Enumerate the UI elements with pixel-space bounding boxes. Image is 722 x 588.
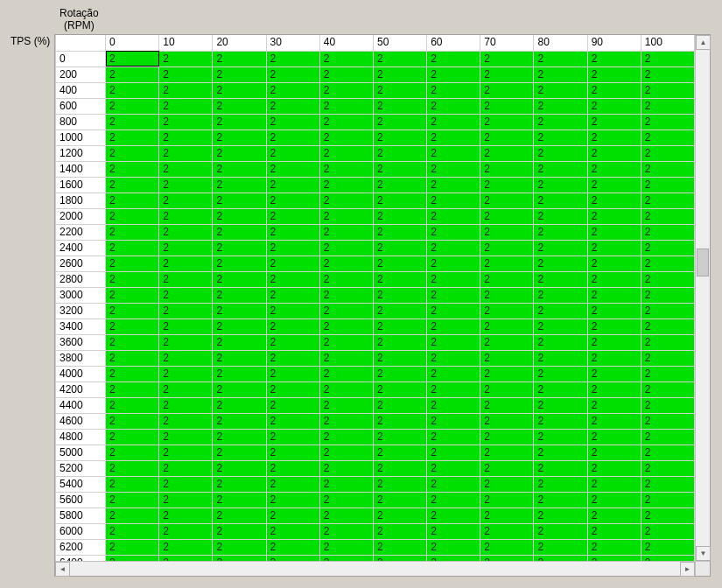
map-cell[interactable]: 2	[319, 287, 373, 303]
map-cell[interactable]: 2	[159, 114, 213, 130]
map-cell[interactable]: 2	[266, 397, 319, 413]
map-cell[interactable]: 2	[587, 555, 641, 561]
map-cell[interactable]: 2	[480, 208, 534, 224]
map-cell[interactable]: 2	[480, 539, 534, 555]
map-cell[interactable]: 2	[319, 240, 373, 256]
map-cell[interactable]: 2	[106, 208, 159, 224]
map-cell[interactable]: 2	[641, 350, 694, 366]
map-cell[interactable]: 2	[587, 51, 641, 66]
column-header[interactable]: 20	[213, 35, 266, 51]
map-cell[interactable]: 2	[213, 460, 266, 476]
map-cell[interactable]: 2	[159, 318, 213, 334]
map-cell[interactable]: 2	[480, 318, 534, 334]
map-cell[interactable]: 2	[641, 224, 694, 240]
map-cell[interactable]: 2	[373, 366, 426, 382]
map-cell[interactable]: 2	[641, 555, 694, 561]
map-cell[interactable]: 2	[427, 539, 480, 555]
map-cell[interactable]: 2	[319, 177, 373, 192]
map-cell[interactable]: 2	[266, 382, 319, 397]
map-cell[interactable]: 2	[159, 130, 213, 145]
map-cell[interactable]: 2	[427, 508, 480, 523]
map-cell[interactable]: 2	[319, 224, 373, 240]
map-cell[interactable]: 2	[427, 476, 480, 492]
map-cell[interactable]: 2	[159, 98, 213, 114]
map-cell[interactable]: 2	[319, 555, 373, 561]
map-cell[interactable]: 2	[534, 523, 587, 539]
row-header[interactable]: 1800	[56, 192, 106, 208]
map-cell[interactable]: 2	[213, 334, 266, 350]
row-header[interactable]: 1200	[56, 145, 106, 161]
vertical-scroll-track[interactable]	[696, 50, 710, 546]
map-cell[interactable]: 2	[159, 382, 213, 397]
map-cell[interactable]: 2	[587, 382, 641, 397]
map-cell[interactable]: 2	[480, 508, 534, 523]
map-cell[interactable]: 2	[213, 240, 266, 256]
map-cell[interactable]: 2	[587, 192, 641, 208]
map-cell[interactable]: 2	[213, 318, 266, 334]
map-cell[interactable]: 2	[641, 161, 694, 177]
map-cell[interactable]: 2	[534, 177, 587, 192]
row-header[interactable]: 4000	[56, 366, 106, 382]
map-cell[interactable]: 2	[373, 444, 426, 460]
map-cell[interactable]: 2	[534, 397, 587, 413]
map-cell[interactable]: 2	[641, 177, 694, 192]
map-cell[interactable]: 2	[373, 51, 426, 66]
column-header[interactable]: 90	[587, 35, 641, 51]
map-cell[interactable]: 2	[480, 66, 534, 82]
map-cell[interactable]: 2	[480, 256, 534, 271]
map-cell[interactable]: 2	[641, 492, 694, 508]
map-cell[interactable]: 2	[266, 177, 319, 192]
map-cell[interactable]: 2	[106, 114, 159, 130]
column-header[interactable]: 30	[266, 35, 319, 51]
map-cell[interactable]: 2	[106, 224, 159, 240]
map-cell[interactable]: 2	[641, 256, 694, 271]
map-cell[interactable]: 2	[373, 271, 426, 287]
map-cell[interactable]: 2	[427, 523, 480, 539]
map-cell[interactable]: 2	[641, 303, 694, 318]
map-cell[interactable]: 2	[427, 208, 480, 224]
map-cell[interactable]: 2	[106, 271, 159, 287]
map-cell[interactable]: 2	[159, 82, 213, 98]
column-header[interactable]: 80	[534, 35, 587, 51]
map-cell[interactable]: 2	[159, 444, 213, 460]
row-header[interactable]: 1600	[56, 177, 106, 192]
map-cell[interactable]: 2	[106, 555, 159, 561]
map-cell[interactable]: 2	[641, 82, 694, 98]
row-header[interactable]: 200	[56, 66, 106, 82]
map-cell[interactable]: 2	[641, 366, 694, 382]
row-header[interactable]: 4400	[56, 397, 106, 413]
map-cell[interactable]: 2	[106, 523, 159, 539]
map-cell[interactable]: 2	[159, 429, 213, 444]
map-cell[interactable]: 2	[480, 287, 534, 303]
map-cell[interactable]: 2	[534, 161, 587, 177]
map-cell[interactable]: 2	[534, 145, 587, 161]
map-cell[interactable]: 2	[480, 334, 534, 350]
map-cell[interactable]: 2	[373, 98, 426, 114]
map-cell[interactable]: 2	[587, 224, 641, 240]
map-cell[interactable]: 2	[427, 555, 480, 561]
map-cell[interactable]: 2	[373, 130, 426, 145]
map-cell[interactable]: 2	[534, 539, 587, 555]
map-cell[interactable]: 2	[373, 334, 426, 350]
map-cell[interactable]: 2	[159, 51, 213, 66]
map-cell[interactable]: 2	[373, 350, 426, 366]
map-cell[interactable]: 2	[587, 145, 641, 161]
map-cell[interactable]: 2	[319, 208, 373, 224]
map-cell[interactable]: 2	[480, 555, 534, 561]
map-cell[interactable]: 2	[213, 145, 266, 161]
map-cell[interactable]: 2	[480, 145, 534, 161]
map-cell[interactable]: 2	[319, 397, 373, 413]
map-cell[interactable]: 2	[427, 66, 480, 82]
map-table[interactable]: 0102030405060708090100 02222222222220022…	[55, 35, 695, 561]
map-cell[interactable]: 2	[266, 192, 319, 208]
map-cell[interactable]: 2	[641, 523, 694, 539]
map-cell[interactable]: 2	[534, 51, 587, 66]
map-cell[interactable]: 2	[587, 130, 641, 145]
map-cell[interactable]: 2	[319, 303, 373, 318]
column-header[interactable]: 0	[106, 35, 159, 51]
map-cell[interactable]: 2	[587, 208, 641, 224]
map-cell[interactable]: 2	[534, 82, 587, 98]
map-cell[interactable]: 2	[159, 208, 213, 224]
map-cell[interactable]: 2	[587, 429, 641, 444]
map-cell[interactable]: 2	[319, 98, 373, 114]
